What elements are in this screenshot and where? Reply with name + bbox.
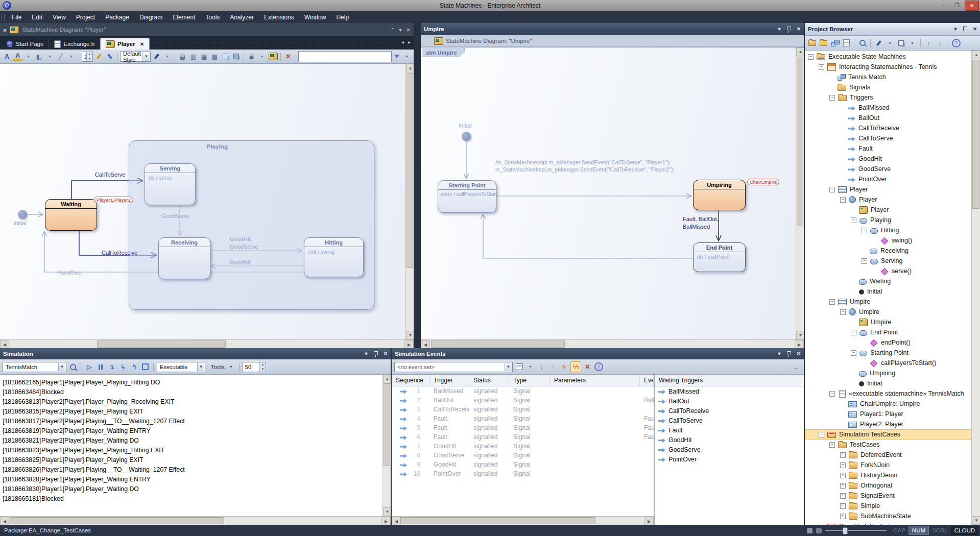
status-indicator-cloud[interactable]: CLOUD [951,526,978,535]
waiting-trigger-item[interactable]: GoodServe [655,445,804,454]
tree-item[interactable]: +Orthogonal [805,480,980,491]
stepper-up-icon[interactable]: ▲ [259,362,266,367]
expand-toggle[interactable]: − [829,95,835,101]
horizontal-scrollbar[interactable]: ◀ ▶ [421,339,804,348]
column-header-trigger[interactable]: Trigger [429,375,469,386]
scroll-right-icon[interactable]: ▶ [404,340,414,348]
expand-toggle[interactable]: − [808,54,814,60]
new-package-button[interactable] [807,38,817,48]
new-diagram-button[interactable] [830,38,840,48]
clear-events-button[interactable]: ✕ [583,362,592,372]
scroll-left-icon[interactable]: ◀ [0,340,9,348]
event-set-combo[interactable]: <no event set> ▼ [394,362,513,372]
state-serving[interactable]: Serving do / serve [145,163,196,205]
tree-item[interactable]: GoodServe [805,164,980,174]
line-dropdown-icon[interactable]: ▾ [66,52,76,61]
event-list-dropdown-icon[interactable]: ▾ [525,362,535,372]
tree-item[interactable]: PointOver [805,174,980,184]
scroll-up-icon[interactable]: ▲ [972,51,980,59]
tree-item[interactable]: −Player [805,184,980,194]
expand-toggle[interactable]: + [840,503,846,509]
font-button[interactable]: A [2,52,12,61]
tree-item[interactable]: −TestCases [805,440,980,450]
tab-close-icon[interactable]: ✕ [140,41,144,47]
font-color-dropdown-icon[interactable]: ▾ [23,52,33,61]
tree-item[interactable]: CallToServe [805,133,980,143]
expand-toggle[interactable]: − [851,330,856,335]
auto-layout-dropdown-icon[interactable]: ▾ [257,52,267,61]
tree-item[interactable]: Player2: Player [805,419,980,429]
line-width-stepper[interactable]: 1 ▲▼ [82,52,93,62]
event-row[interactable]: 6FaultsignalledSignalFault [392,432,654,442]
tree-item[interactable]: −Interacting Statemachines - Tennis [805,62,980,72]
stepper-up-icon[interactable]: ▲ [86,52,92,57]
find-in-browser-button[interactable] [857,38,867,48]
move-down-button[interactable]: ↓ [935,38,945,48]
new-element-button[interactable] [841,38,851,48]
expand-toggle[interactable]: − [829,391,835,397]
combo-dropdown-icon[interactable]: ▼ [505,363,512,371]
waiting-trigger-item[interactable]: Fault [655,425,804,435]
bring-to-front-button[interactable] [231,52,241,61]
scrollbar-thumb[interactable] [407,73,413,268]
vertical-scrollbar[interactable]: ▲ ▼ [383,375,391,516]
tree-item[interactable]: −Script Fidelity Tests [805,521,980,525]
step-over-button[interactable]: ↴ [107,362,116,372]
filter-funnel-icon[interactable] [394,55,399,58]
menu-item-edit[interactable]: Edit [27,12,47,22]
tab-exchange-h[interactable]: Exchange.h [49,38,100,50]
collapse-panel-icon[interactable]: ⌃ [390,27,394,33]
combo-dropdown-icon[interactable]: ▼ [142,53,150,61]
save-style-button[interactable] [152,52,161,61]
expand-toggle[interactable]: − [840,309,846,315]
align-left-button[interactable]: ▤ [178,52,187,61]
run-simulation-button[interactable]: ▷ [84,362,94,372]
log-line[interactable]: [1818663813]Player2[Player].Player_Playi… [0,397,391,406]
vertical-scrollbar[interactable]: ▲ ▼ [405,64,414,339]
log-line[interactable]: [1818663825]Player1[Player].Player_Playi… [0,455,391,465]
tree-item[interactable]: Receiving [805,246,980,256]
event-row[interactable]: 8GoodServesignalledSignal [392,451,654,460]
search-button[interactable] [68,362,78,372]
tree-item[interactable]: Umpiring [805,368,980,378]
tree-item[interactable]: +SubMachineState [805,511,980,521]
tree-item[interactable]: −End Point [805,327,980,337]
expand-toggle[interactable]: − [862,258,867,264]
tab-start-page[interactable]: Start Page [1,38,49,50]
scroll-right-icon[interactable]: ▶ [644,517,654,525]
stop-simulation-button[interactable] [140,362,150,372]
state-starting-point[interactable]: Starting Point entry / callPlayersToStar… [438,180,496,213]
move-event-up-button[interactable]: ↑ [548,362,558,372]
horizontal-scrollbar[interactable]: ◀ ▶ [0,516,391,525]
scroll-down-icon[interactable]: ▼ [406,331,414,339]
log-line[interactable]: [1818663823]Player1[Player].Player_Playi… [0,445,391,455]
menu-item-view[interactable]: View [47,12,71,22]
event-row[interactable]: 3CallToReceivesignalledSignal [392,405,654,414]
event-list-button[interactable] [514,362,524,372]
log-line[interactable]: [1818663819]Player2[Player].Player_Waiti… [0,426,391,435]
tree-item[interactable]: Waiting [805,276,980,286]
pin-icon[interactable] [373,351,379,357]
tree-item[interactable]: serve() [805,266,980,276]
tab-player[interactable]: Player ✕ [100,38,150,50]
waiting-trigger-item[interactable]: CallToReceive [655,406,804,416]
tree-item[interactable]: endPoint() [805,337,980,348]
waiting-trigger-item[interactable]: PointOver [655,454,804,464]
pin-icon[interactable] [786,351,792,357]
send-to-back-button[interactable] [221,52,230,61]
tree-item[interactable]: callPlayersToStart() [805,358,980,368]
horizontal-scrollbar[interactable]: ◀ ▶ [392,516,654,525]
waiting-trigger-item[interactable]: BallMissed [655,386,804,396]
tree-item[interactable]: +Simple [805,501,980,511]
scrollbar-thumb[interactable] [431,340,565,348]
scroll-left-icon[interactable]: ◀ [392,517,401,525]
maximize-button[interactable]: ❐ [950,1,964,10]
tree-item[interactable]: −Executable State Machines [805,52,980,62]
close-button[interactable]: ✕ [965,1,979,11]
scroll-up-icon[interactable]: ▲ [796,47,804,56]
scroll-right-icon[interactable]: ▶ [381,517,391,525]
simulation-titlebar[interactable]: Simulation ▾ ✕ [0,348,391,359]
expand-toggle[interactable]: − [819,432,824,437]
stepper-down-icon[interactable]: ▼ [259,367,266,372]
style-combo[interactable]: Default Style ▼ [120,52,151,62]
